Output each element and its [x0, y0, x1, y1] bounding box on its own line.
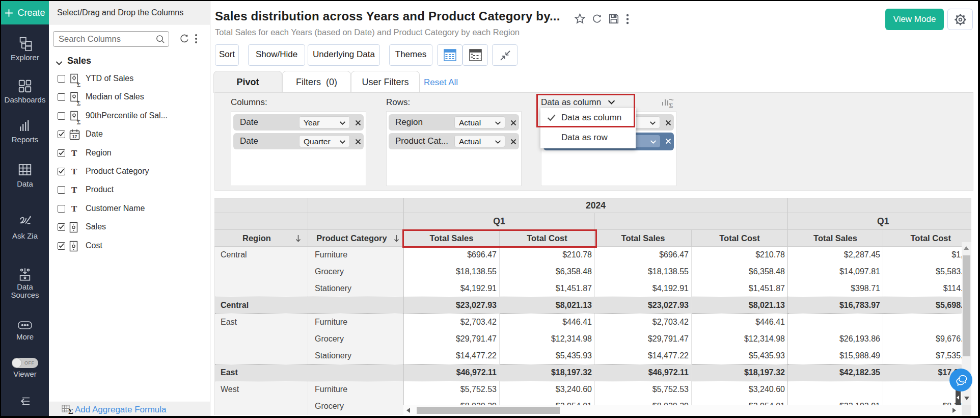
svg-text:Σ: Σ [669, 101, 673, 108]
svg-text:Σ: Σ [77, 100, 81, 106]
svg-text:Σ: Σ [77, 119, 81, 125]
svg-text:17: 17 [72, 134, 77, 139]
svg-text:Σ: Σ [68, 407, 73, 415]
svg-text:Σ: Σ [77, 82, 81, 88]
